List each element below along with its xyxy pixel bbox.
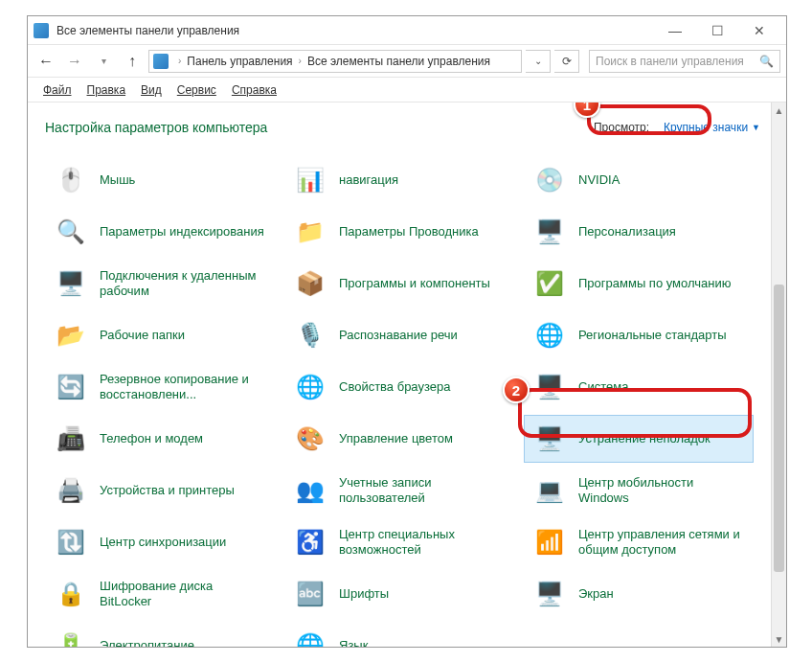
cp-item-label: Шифрование диска BitLocker bbox=[100, 579, 266, 610]
cp-item[interactable]: ♿Центр специальных возможностей bbox=[284, 518, 514, 566]
cp-item[interactable]: 🖥️Подключения к удаленным рабочим bbox=[45, 260, 275, 308]
cp-item-icon: 📁 bbox=[293, 215, 327, 249]
scroll-up-icon[interactable]: ▲ bbox=[772, 103, 786, 118]
back-button[interactable]: ← bbox=[34, 49, 58, 74]
cp-item-label: Центр специальных возможностей bbox=[339, 527, 506, 559]
menu-edit[interactable]: Правка bbox=[81, 80, 132, 100]
cp-item[interactable]: 🔒Шифрование диска BitLocker bbox=[45, 570, 275, 618]
cp-item[interactable]: 🖨️Устройства и принтеры bbox=[45, 467, 275, 514]
view-dropdown[interactable]: Крупные значки ▼ bbox=[655, 116, 769, 139]
minimize-button[interactable]: — bbox=[654, 16, 696, 45]
cp-item[interactable]: 🎙️Распознавание речи bbox=[284, 311, 514, 359]
cp-item-icon: 📶 bbox=[532, 525, 567, 559]
refresh-button[interactable]: ⟳ bbox=[554, 50, 579, 73]
history-dropdown[interactable]: ⌄ bbox=[526, 50, 551, 73]
menu-help[interactable]: Справка bbox=[226, 80, 282, 100]
scroll-down-icon[interactable]: ▼ bbox=[772, 631, 786, 647]
cp-item[interactable]: 🖥️Экран bbox=[524, 570, 754, 618]
cp-item[interactable]: 🔋Электропитание bbox=[45, 622, 275, 647]
cp-item[interactable]: 📁Параметры Проводника bbox=[284, 208, 514, 256]
breadcrumb-root[interactable]: Панель управления bbox=[187, 55, 292, 68]
addressbar: ← → ▾ ↑ › Панель управления › Все элемен… bbox=[28, 45, 786, 78]
cp-item[interactable]: 🌐Региональные стандарты bbox=[524, 311, 754, 359]
header-row: Настройка параметров компьютера Просмотр… bbox=[45, 116, 769, 139]
cp-item-icon: 🖥️ bbox=[532, 422, 567, 456]
view-label: Просмотр: bbox=[594, 121, 649, 134]
cp-item[interactable]: ✅Программы по умолчанию bbox=[524, 260, 754, 308]
cp-item-label: Мышь bbox=[100, 172, 135, 188]
cp-item-icon: 🔃 bbox=[54, 525, 88, 559]
cp-item-icon: 📠 bbox=[54, 422, 88, 456]
scrollbar-thumb[interactable] bbox=[774, 285, 784, 572]
app-icon bbox=[34, 23, 49, 38]
close-button[interactable]: ✕ bbox=[738, 16, 780, 45]
cp-item[interactable]: 💿NVIDIA bbox=[524, 156, 754, 204]
cp-item-label: Учетные записи пользователей bbox=[339, 475, 506, 507]
breadcrumb-current[interactable]: Все элементы панели управления bbox=[307, 55, 490, 68]
cp-item-icon: 💿 bbox=[532, 163, 567, 197]
cp-item-icon: 🔒 bbox=[54, 577, 88, 611]
cp-item-icon: 📂 bbox=[54, 318, 88, 353]
cp-item[interactable]: 🌐Свойства браузера bbox=[284, 363, 514, 411]
cp-item-label: Резервное копирование и восстановлени... bbox=[100, 372, 266, 403]
cp-item[interactable]: 👥Учетные записи пользователей bbox=[284, 467, 514, 514]
menu-tools[interactable]: Сервис bbox=[171, 80, 222, 100]
cp-item[interactable]: 🖥️Устранение неполадок bbox=[524, 415, 754, 463]
menu-file[interactable]: Файл bbox=[37, 80, 78, 100]
cp-item-label: Экран bbox=[578, 586, 614, 602]
maximize-button[interactable]: ☐ bbox=[696, 16, 738, 45]
cp-item-icon: ✅ bbox=[532, 266, 567, 301]
cp-item-icon: ♿ bbox=[293, 525, 327, 559]
cp-item-label: Электропитание bbox=[100, 638, 194, 647]
cp-item[interactable]: 🖥️Персонализация bbox=[524, 208, 754, 256]
cp-item-label: Программы и компоненты bbox=[339, 276, 490, 291]
scrollbar[interactable]: ▲ ▼ bbox=[771, 103, 786, 647]
cp-item-icon: 🖥️ bbox=[532, 370, 567, 404]
breadcrumb[interactable]: › Панель управления › Все элементы панел… bbox=[148, 50, 522, 73]
cp-item[interactable]: 📊навигация bbox=[284, 156, 514, 204]
cp-item[interactable]: 🔃Центр синхронизации bbox=[45, 518, 275, 566]
cp-item-label: Программы по умолчанию bbox=[578, 276, 731, 291]
cp-item-label: Параметры Проводника bbox=[339, 224, 479, 240]
cp-item-icon: 🌐 bbox=[293, 628, 327, 647]
recent-dropdown[interactable]: ▾ bbox=[91, 49, 116, 74]
menubar: Файл Правка Вид Сервис Справка bbox=[28, 78, 786, 103]
forward-button[interactable]: → bbox=[62, 49, 87, 74]
cp-item[interactable]: 🎨Управление цветом bbox=[284, 415, 514, 463]
cp-item[interactable]: 🔄Резервное копирование и восстановлени..… bbox=[45, 363, 275, 411]
cp-item[interactable]: 🌐Язык bbox=[284, 622, 514, 647]
control-panel-window: Все элементы панели управления — ☐ ✕ ← →… bbox=[27, 15, 787, 648]
cp-item[interactable]: 📂Рабочие папки bbox=[45, 311, 275, 359]
cp-item-label: Свойства браузера bbox=[339, 379, 450, 395]
up-button[interactable]: ↑ bbox=[120, 49, 145, 74]
cp-item[interactable]: 🔤Шрифты bbox=[284, 570, 514, 618]
cp-item[interactable]: 💻Центр мобильности Windows bbox=[524, 467, 754, 514]
cp-item[interactable]: 🔍Параметры индексирования bbox=[45, 208, 275, 256]
cp-item[interactable]: 🖥️Система bbox=[524, 363, 754, 411]
search-input[interactable]: Поиск в панели управления 🔍 bbox=[589, 50, 780, 73]
cp-item[interactable]: 📶Центр управления сетями и общим доступо… bbox=[524, 518, 754, 566]
chevron-down-icon: ▼ bbox=[752, 123, 760, 132]
cp-item-icon: 🔄 bbox=[54, 370, 88, 404]
cp-item-icon: 🌐 bbox=[532, 318, 567, 353]
window-controls: — ☐ ✕ bbox=[654, 16, 780, 45]
cp-item-icon: 🎙️ bbox=[293, 318, 327, 353]
breadcrumb-icon bbox=[153, 54, 169, 69]
view-value: Крупные значки bbox=[664, 121, 748, 134]
cp-item-icon: 🖱️ bbox=[54, 163, 88, 197]
cp-item-label: Персонализация bbox=[578, 224, 676, 240]
cp-item-icon: 🔋 bbox=[54, 628, 88, 647]
cp-item-label: Подключения к удаленным рабочим bbox=[100, 268, 266, 300]
cp-item-label: Центр мобильности Windows bbox=[578, 475, 745, 507]
cp-item-label: Телефон и модем bbox=[100, 431, 203, 446]
cp-item-icon: 🖨️ bbox=[54, 473, 88, 508]
cp-item-icon: 🔍 bbox=[54, 215, 88, 249]
annotation-badge-2: 2 bbox=[503, 377, 530, 403]
menu-view[interactable]: Вид bbox=[135, 80, 168, 100]
cp-item-label: Язык bbox=[339, 638, 368, 647]
cp-item-icon: 🖥️ bbox=[54, 266, 88, 301]
search-placeholder: Поиск в панели управления bbox=[596, 55, 744, 68]
cp-item[interactable]: 📠Телефон и модем bbox=[45, 415, 275, 463]
cp-item[interactable]: 🖱️Мышь bbox=[45, 156, 275, 204]
cp-item[interactable]: 📦Программы и компоненты bbox=[284, 260, 514, 308]
